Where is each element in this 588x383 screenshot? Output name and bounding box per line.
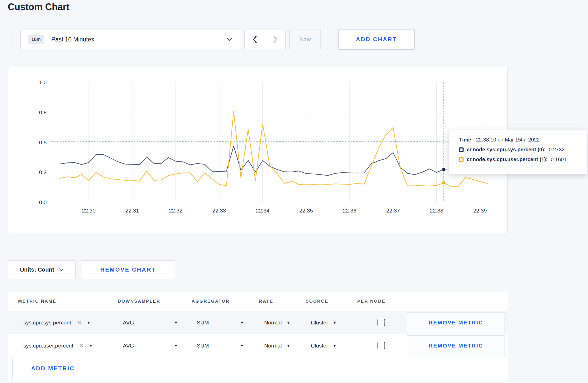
remove-metric-button[interactable]: REMOVE METRIC	[407, 335, 505, 356]
metric-row: sys.cpu.user.percent ✕ ▼ AVG ▼ SUM ▼ Nor…	[8, 334, 508, 357]
per-node-cell	[355, 319, 407, 326]
downsampler-select[interactable]: AVG ▼	[116, 343, 190, 349]
chart-hover-tooltip: Time: 22:38:10 on Mar 15th, 2022 cr.node…	[449, 130, 587, 174]
header-per-node: PER NODE	[355, 299, 407, 304]
per-node-checkbox[interactable]	[377, 319, 385, 326]
caret-down-icon: ▼	[333, 320, 337, 325]
remove-metric-button[interactable]: REMOVE METRIC	[407, 312, 505, 333]
units-label: Units: Count	[20, 266, 54, 273]
tooltip-time-value: 22:38:10 on Mar 15th, 2022	[476, 137, 540, 143]
remove-metric-cell: REMOVE METRIC	[407, 312, 505, 333]
caret-down-icon: ▼	[286, 343, 290, 348]
aggregator-value: SUM	[197, 320, 209, 326]
clear-metric-icon[interactable]: ✕	[79, 343, 84, 349]
page-title: Custom Chart	[8, 2, 69, 12]
metric-name-select[interactable]: sys.cpu.sys.percent ✕ ▼	[16, 320, 116, 326]
source-value: Cluster	[311, 343, 328, 349]
remove-chart-button[interactable]: REMOVE CHART	[81, 260, 175, 279]
svg-text:22:33: 22:33	[212, 208, 226, 214]
source-value: Cluster	[311, 320, 328, 326]
svg-text:22:36: 22:36	[343, 208, 356, 214]
chevron-down-icon	[59, 268, 64, 271]
svg-text:22:30: 22:30	[82, 208, 96, 214]
aggregator-select[interactable]: SUM ▼	[190, 343, 257, 349]
chevron-left-icon	[252, 36, 257, 43]
tooltip-series-row: cr.node.sys.cpu.user.percent (1): 0.1601	[459, 157, 585, 162]
chevron-down-icon	[227, 37, 233, 41]
svg-text:22:34: 22:34	[256, 208, 270, 214]
clear-metric-icon[interactable]: ✕	[77, 320, 82, 326]
time-window-badge: 10m	[28, 35, 44, 44]
source-select[interactable]: Cluster ▼	[304, 320, 355, 326]
svg-text:1.0: 1.0	[39, 79, 47, 85]
per-node-checkbox[interactable]	[377, 342, 385, 349]
now-button[interactable]: Now	[289, 30, 321, 49]
series-swatch-icon	[459, 147, 464, 152]
per-node-cell	[355, 342, 407, 349]
svg-text:0.0: 0.0	[39, 199, 47, 205]
tooltip-series-value: 0.1601	[551, 157, 566, 162]
prev-time-button[interactable]	[245, 30, 265, 49]
svg-text:22:31: 22:31	[125, 208, 139, 214]
time-window-label: Past 10 Minutes	[51, 36, 94, 43]
header-source: SOURCE	[304, 299, 355, 304]
metric-row: sys.cpu.sys.percent ✕ ▼ AVG ▼ SUM ▼ Norm…	[8, 311, 508, 334]
rate-value: Normal	[264, 343, 282, 349]
aggregator-value: SUM	[197, 343, 209, 349]
header-metric-name: METRIC NAME	[16, 299, 116, 304]
caret-down-icon: ▼	[240, 320, 244, 325]
next-time-button[interactable]	[265, 30, 285, 49]
chevron-right-icon	[273, 36, 278, 43]
series-swatch-icon	[459, 157, 464, 162]
caret-down-icon[interactable]: ▼	[89, 343, 93, 348]
metric-name-label: sys.cpu.sys.percent	[23, 320, 71, 326]
downsampler-value: AVG	[123, 320, 134, 326]
chart-card: 0.00.30.50.81.022:3022:3122:3222:3322:34…	[8, 67, 508, 233]
toolbar-divider	[8, 29, 8, 49]
units-select[interactable]: Units: Count	[8, 260, 76, 279]
cpu-chart-svg[interactable]: 0.00.30.50.81.022:3022:3122:3222:3322:34…	[8, 67, 508, 234]
tooltip-series-row: cr.node.sys.cpu.sys.percent (0): 0.2732	[459, 147, 585, 153]
header-aggregator: AGGREGATOR	[190, 299, 257, 304]
caret-down-icon: ▼	[333, 343, 337, 348]
downsampler-value: AVG	[123, 343, 134, 349]
caret-down-icon[interactable]: ▼	[87, 320, 91, 325]
add-metric-button[interactable]: ADD METRIC	[12, 358, 93, 379]
tooltip-series-label: cr.node.sys.cpu.user.percent (1):	[467, 157, 548, 162]
metrics-table-header: METRIC NAME DOWNSAMPLER AGGREGATOR RATE …	[8, 292, 508, 311]
caret-down-icon: ▼	[174, 320, 178, 325]
custom-chart-page: Custom Chart 10m Past 10 Minutes Now ADD…	[0, 0, 588, 383]
svg-text:22:37: 22:37	[386, 208, 400, 214]
svg-text:22:39: 22:39	[473, 208, 487, 214]
time-nav-group	[244, 30, 286, 49]
source-select[interactable]: Cluster ▼	[304, 343, 355, 349]
header-downsampler: DOWNSAMPLER	[116, 299, 190, 304]
tooltip-series-value: 0.2732	[549, 147, 565, 153]
time-range-select[interactable]: 10m Past 10 Minutes	[20, 30, 241, 49]
svg-text:22:32: 22:32	[169, 208, 183, 214]
svg-text:22:35: 22:35	[299, 208, 313, 214]
caret-down-icon: ▼	[240, 343, 244, 348]
header-rate: RATE	[257, 299, 304, 304]
svg-text:0.3: 0.3	[39, 169, 47, 175]
remove-metric-cell: REMOVE METRIC	[407, 335, 505, 356]
tooltip-time-label: Time:	[459, 137, 473, 143]
metrics-table: METRIC NAME DOWNSAMPLER AGGREGATOR RATE …	[8, 292, 508, 381]
tooltip-time-row: Time: 22:38:10 on Mar 15th, 2022	[459, 137, 585, 143]
svg-text:0.5: 0.5	[39, 139, 47, 145]
downsampler-select[interactable]: AVG ▼	[116, 320, 190, 326]
rate-value: Normal	[264, 320, 282, 326]
caret-down-icon: ▼	[286, 320, 290, 325]
svg-text:0.8: 0.8	[39, 109, 47, 115]
rate-select[interactable]: Normal ▼	[257, 320, 304, 326]
aggregator-select[interactable]: SUM ▼	[190, 320, 257, 326]
metric-name-label: sys.cpu.user.percent	[23, 343, 73, 349]
add-chart-button[interactable]: ADD CHART	[338, 29, 415, 50]
rate-select[interactable]: Normal ▼	[257, 343, 304, 349]
tooltip-series-label: cr.node.sys.cpu.sys.percent (0):	[467, 147, 546, 153]
metric-name-select[interactable]: sys.cpu.user.percent ✕ ▼	[16, 343, 116, 349]
svg-text:22:38: 22:38	[430, 208, 444, 214]
caret-down-icon: ▼	[174, 343, 178, 348]
